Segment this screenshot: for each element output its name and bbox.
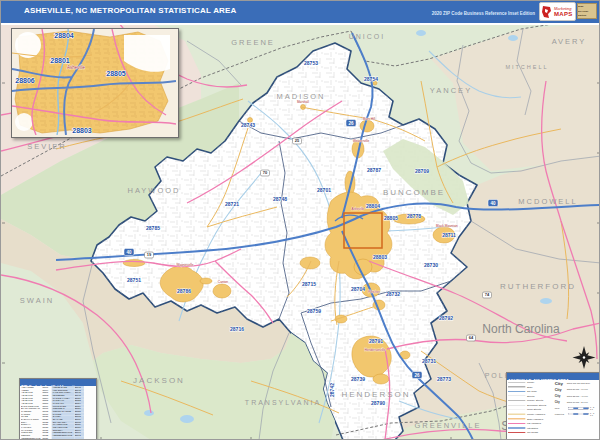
inset-zip-label: 28803	[72, 127, 92, 134]
interstate-shield: 40	[488, 200, 498, 207]
inset-city-label: Asheville	[67, 65, 86, 70]
city-label: Hendersonville	[364, 348, 385, 352]
legend-line-item: Toll Roads	[508, 430, 555, 435]
state-label: North Carolina	[482, 322, 560, 336]
zip-index-rows: ALEXANDER28701HORSE SHOE28742ARDEN28704H…	[21, 386, 96, 440]
zip-label: 28751	[127, 277, 141, 283]
svg-text:40: 40	[126, 250, 132, 255]
legend-line-swatch	[508, 432, 525, 433]
zip-label: 28792	[439, 315, 453, 321]
zip-label: 28759	[307, 308, 321, 314]
svg-text:64: 64	[469, 335, 474, 340]
legend-line-label: Primary Streets	[527, 399, 543, 401]
zip-index-table: ZIP Code Index/Grid Location ALEXANDER28…	[19, 378, 97, 440]
scale-bar-ticks: 0 8 16	[590, 412, 598, 416]
scale-bar-ticks: 0 5 10	[590, 406, 598, 410]
interstate-shield: 40	[124, 249, 134, 256]
city-label: Asheville	[352, 207, 365, 211]
scale-bar-label: Kilometers	[555, 413, 568, 415]
badge-line2: ZIP Code	[578, 10, 589, 13]
interstate-shield: 26	[412, 372, 422, 379]
zip-label: 28716	[230, 326, 244, 332]
legend-line-label: US Highways	[527, 422, 541, 424]
svg-text:74: 74	[485, 292, 490, 297]
zip-label: 28785	[146, 225, 160, 231]
title-bar: ASHEVILLE, NC METROPOLITAN STATISTICAL A…	[1, 1, 599, 25]
badge-line1: 2020	[578, 5, 589, 8]
scale-bar-graphic	[568, 413, 589, 415]
scale-bar-label: Miles	[555, 407, 568, 409]
county-label: AVERY	[552, 37, 587, 46]
zip-label: 28754	[364, 76, 378, 82]
legend-line-label: Minor Streets	[527, 408, 541, 410]
zip-label: 28730	[424, 262, 438, 268]
county-label: GREENE	[231, 38, 275, 47]
legend-body: CountyStateZIP CodeStreetsPrimary Street…	[508, 380, 599, 439]
badge-line3: Edition	[578, 14, 589, 17]
svg-text:19: 19	[147, 252, 152, 257]
legend-scale-bar: Kilometers0 8 16	[555, 411, 598, 417]
city-label: Marshall	[297, 100, 309, 104]
inset-canvas: 2880428801288062880528803Asheville	[12, 29, 176, 135]
legend-line-label: Interstates	[527, 427, 538, 429]
logo-map-icon	[541, 5, 553, 19]
county-label: RUTHERFORD	[500, 282, 576, 291]
zip-label: 28748	[273, 196, 287, 202]
county-label: SWAIN	[20, 296, 54, 305]
zip-label: 28715	[302, 281, 316, 287]
county-label: SEVIER	[27, 142, 67, 151]
logo-line2: MAPS	[554, 11, 573, 17]
legend-line-swatch	[508, 400, 525, 401]
legend-city-sample: City	[555, 394, 567, 397]
county-label: GREENVILLE	[414, 421, 481, 430]
county-label: MCDOWELL	[518, 197, 577, 206]
zip-label: 28732	[386, 291, 400, 297]
map-legend: ASHEVILLE, NC METRO AREA CountyStateZIP …	[506, 372, 600, 440]
inset-zip-label: 28805	[106, 70, 126, 77]
city-label: Canton	[218, 280, 229, 284]
scale-bar-graphic	[568, 407, 589, 409]
zip-label: 28790	[371, 400, 385, 406]
zip-label: 28701	[317, 187, 331, 193]
legend-city-label: Cities 100,000 and Over	[567, 382, 590, 384]
zip-index-cell	[75, 437, 84, 440]
county-label: UNICOI	[349, 33, 386, 40]
map-area[interactable]: GREENEUNICOICOCKESEVIERMADISONYANCEYMITC…	[1, 23, 600, 440]
interstate-shield: 26	[346, 120, 356, 127]
zip-label: 28721	[225, 201, 239, 207]
publisher-badge: 2020 ZIP Code Edition	[577, 3, 597, 19]
svg-text:26: 26	[414, 373, 420, 378]
svg-text:40: 40	[490, 201, 496, 206]
legend-line-label: State Highways	[527, 418, 543, 420]
zip-label: 28731	[422, 358, 436, 364]
county-label: MITCHELL	[505, 64, 548, 70]
city-label: Fletcher	[368, 290, 380, 294]
inset-map-asheville: 2880428801288062880528803Asheville	[11, 28, 179, 138]
zip-label: 28786	[177, 288, 191, 294]
page-title: ASHEVILLE, NC METROPOLITAN STATISTICAL A…	[24, 6, 237, 15]
legend-line-label: State	[527, 386, 532, 388]
us-route-shield: 70	[261, 170, 270, 176]
legend-line-swatch	[508, 386, 525, 387]
zip-index-row: HENDERSONVILLE28739	[21, 437, 96, 440]
us-route-shield: 64	[467, 335, 476, 341]
inset-zip-label: 28801	[50, 57, 70, 64]
zip-label: 28791	[369, 338, 383, 344]
zip-index-cell	[52, 437, 75, 440]
legend-line-label: County Highways	[527, 413, 545, 415]
legend-line-label: County	[527, 381, 534, 383]
us-route-shield: 74	[483, 292, 492, 298]
legend-title-bar: ASHEVILLE, NC METRO AREA	[507, 373, 599, 380]
legend-line-swatch	[508, 418, 525, 419]
publisher-logo-mark: Marketing MAPS	[539, 2, 576, 21]
zip-label: 28803	[373, 254, 387, 260]
legend-line-swatch	[508, 391, 525, 392]
zip-index-title-bar: ZIP Code Index/Grid Location	[20, 379, 96, 386]
legend-line-label: Streets	[527, 395, 534, 397]
zip-label: 28805	[384, 215, 398, 221]
county-label: BUNCOMBE	[383, 188, 445, 197]
legend-line-swatch	[508, 427, 525, 428]
legend-line-swatch	[508, 382, 525, 383]
city-label: Black Mountain	[436, 224, 458, 228]
legend-city-label: Cities 50,000 - 99,999	[567, 388, 588, 390]
